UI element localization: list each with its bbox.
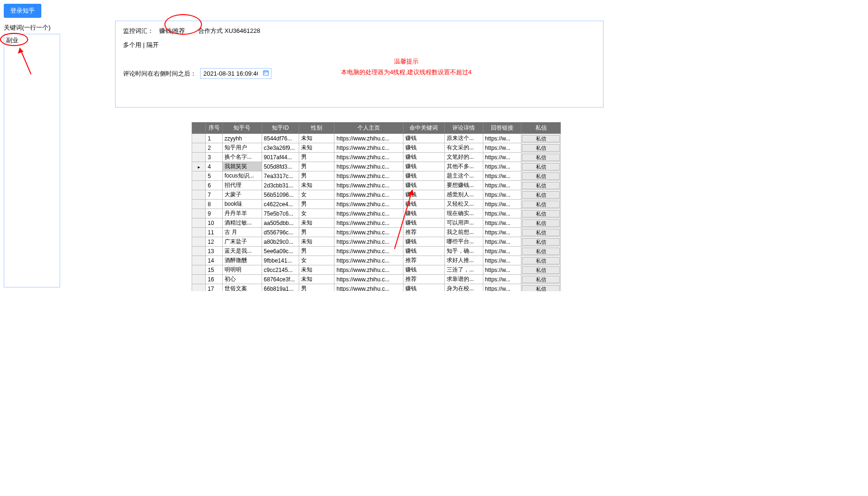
cell-gender[interactable]: 男 [299,153,334,162]
cell-homepage[interactable]: https://www.zhihu.c... [334,237,403,247]
row-selector[interactable] [192,218,206,228]
cell-link[interactable]: https://w... [483,275,521,284]
private-message-button[interactable]: 私信 [522,276,560,283]
cell-gender[interactable]: 男 [299,247,334,256]
cell-keyword[interactable]: 推荐 [403,256,445,265]
cell-comment[interactable]: 其他不多... [444,162,483,171]
cell-keyword[interactable]: 赚钱 [403,247,445,256]
table-row[interactable]: 1zzyyhh8544df76...未知https://www.zhihu.c.… [192,134,561,143]
cell-link[interactable]: https://w... [483,200,521,209]
cell-keyword[interactable]: 赚钱 [403,209,445,218]
cell-name[interactable]: 明明明 [222,265,262,275]
private-message-button[interactable]: 私信 [522,182,560,189]
cell-index[interactable]: 3 [206,153,223,162]
cell-link[interactable]: https://w... [483,162,521,171]
cell-comment[interactable]: 求好人推... [444,256,483,265]
cell-index[interactable]: 9 [206,209,223,218]
col-comment-detail[interactable]: 评论详情 [444,123,483,134]
cell-index[interactable]: 15 [206,265,223,275]
cell-name[interactable]: 大蒙子 [222,190,262,200]
private-message-button[interactable]: 私信 [522,154,560,161]
cell-homepage[interactable]: https://www.zhihu.c... [334,228,403,237]
cell-index[interactable]: 10 [206,218,223,228]
cell-gender[interactable]: 女 [299,256,334,265]
cell-id[interactable]: aa505dbb... [262,218,299,228]
cell-gender[interactable]: 女 [299,190,334,200]
row-selector[interactable] [192,247,206,256]
cell-id[interactable]: 5ee6a09c... [262,247,299,256]
cell-gender[interactable]: 女 [299,209,334,218]
cell-index[interactable]: 16 [206,275,223,284]
cell-homepage[interactable]: https://www.zhihu.c... [334,247,403,256]
table-row[interactable]: 11古 月d556796c...男https://www.zhihu.c...推… [192,228,561,237]
row-selector[interactable] [192,228,206,237]
cell-comment[interactable]: 原来这个... [444,134,483,143]
cell-comment[interactable]: 感觉别人... [444,190,483,200]
row-selector[interactable] [192,190,206,200]
cell-comment[interactable]: 我之前想... [444,228,483,237]
cell-name[interactable]: 知乎用户 [222,143,262,153]
cell-gender[interactable]: 男 [299,200,334,209]
cell-comment[interactable]: 哪些平台... [444,237,483,247]
cell-homepage[interactable]: https://www.zhihu.c... [334,162,403,171]
private-message-button[interactable]: 私信 [522,210,560,217]
cell-homepage[interactable]: https://www.zhihu.c... [334,218,403,228]
table-row[interactable]: 14酒醉微醺9fbbe141...女https://www.zhihu.c...… [192,256,561,265]
results-table[interactable]: 序号 知乎号 知乎ID 性别 个人主页 命中关键词 评论详情 回答链接 私信 1… [192,122,561,291]
cell-name[interactable]: 广末盐子 [222,237,262,247]
cell-gender[interactable]: 未知 [299,237,334,247]
table-row[interactable]: 12广末盐子a80b29c0...未知https://www.zhihu.c..… [192,237,561,247]
cell-id[interactable]: c9cc2145... [262,265,299,275]
private-message-button[interactable]: 私信 [522,229,560,236]
private-message-button[interactable]: 私信 [522,135,560,142]
cell-homepage[interactable]: https://www.zhihu.c... [334,200,403,209]
cell-comment[interactable]: 题主这个... [444,171,483,181]
table-row[interactable]: 9丹丹羊羊75e5b7c6...女https://www.zhihu.c...赚… [192,209,561,218]
cell-keyword[interactable]: 赚钱 [403,171,445,181]
col-gender[interactable]: 性别 [299,123,334,134]
cell-id[interactable]: 9fbbe141... [262,256,299,265]
cell-gender[interactable]: 男 [299,171,334,181]
private-message-button[interactable]: 私信 [522,257,560,264]
cell-keyword[interactable]: 赚钱 [403,162,445,171]
cell-homepage[interactable]: https://www.zhihu.c... [334,153,403,162]
cell-index[interactable]: 14 [206,256,223,265]
cell-link[interactable]: https://w... [483,256,521,265]
cell-gender[interactable]: 男 [299,162,334,171]
cell-link[interactable]: https://w... [483,171,521,181]
cell-gender[interactable]: 未知 [299,265,334,275]
cell-keyword[interactable]: 赚钱 [403,181,445,190]
private-message-button[interactable]: 私信 [522,238,560,246]
cell-id[interactable]: 8544df76... [262,134,299,143]
cell-name[interactable]: 古 月 [222,228,262,237]
row-selector[interactable] [192,275,206,284]
row-selector[interactable] [192,200,206,209]
cell-keyword[interactable]: 赚钱 [403,153,445,162]
cell-gender[interactable]: 未知 [299,275,334,284]
cell-homepage[interactable]: https://www.zhihu.c... [334,256,403,265]
col-private-message[interactable]: 私信 [521,123,561,134]
col-zhihu-id[interactable]: 知乎ID [262,123,299,134]
row-selector[interactable] [192,153,206,162]
table-row[interactable]: 13蓝天是我...5ee6a09c...男https://www.zhihu.c… [192,247,561,256]
cell-link[interactable]: https://w... [483,181,521,190]
cell-id[interactable]: a80b29c0... [262,237,299,247]
cell-keyword[interactable]: 赚钱 [403,237,445,247]
date-picker[interactable] [200,68,271,79]
row-selector[interactable] [192,181,206,190]
cell-name[interactable]: book味 [222,200,262,209]
cell-id[interactable]: 505d8fd3... [262,162,299,171]
cell-link[interactable]: https://w... [483,143,521,153]
cell-index[interactable]: 2 [206,143,223,153]
cell-link[interactable]: https://w... [483,237,521,247]
cell-homepage[interactable]: https://www.zhihu.c... [334,181,403,190]
cell-name[interactable]: zzyyhh [222,134,262,143]
cell-keyword[interactable]: 赚钱 [403,200,445,209]
cell-keyword[interactable]: 赚钱 [403,218,445,228]
cell-id[interactable]: 68764ce3f... [262,275,299,284]
table-row[interactable]: 3换个名字...9017af44...男https://www.zhihu.c.… [192,153,561,162]
keywords-input[interactable] [4,34,60,287]
col-homepage[interactable]: 个人主页 [334,123,403,134]
cell-index[interactable]: 1 [206,134,223,143]
col-answer-link[interactable]: 回答链接 [483,123,521,134]
